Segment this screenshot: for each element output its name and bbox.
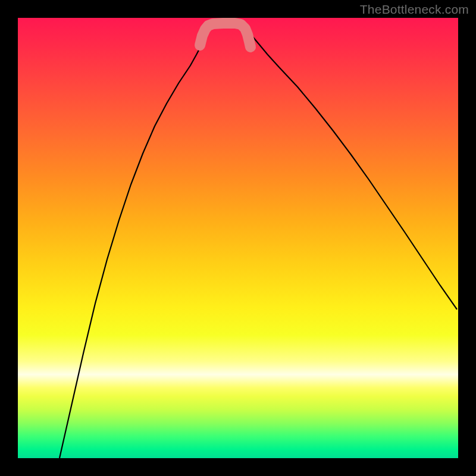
watermark-text: TheBottleneck.com [360,2,469,17]
curves-svg [18,18,458,458]
left-curve [60,33,207,458]
plot-area [18,18,458,458]
right-curve [249,31,457,309]
chart-frame: TheBottleneck.com [0,0,476,476]
valley-floor [200,23,250,47]
